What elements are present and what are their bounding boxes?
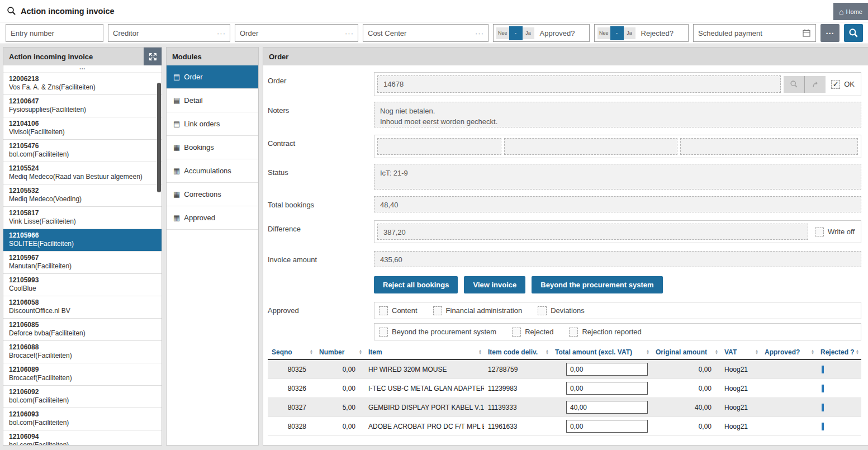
contract-code-input[interactable]	[377, 138, 501, 155]
order-goto-button[interactable]	[805, 76, 826, 93]
cost-center-input[interactable]	[363, 29, 475, 37]
list-item-12106092[interactable]: 12106092bol.com(Faciliteiten)	[3, 386, 162, 408]
search-button[interactable]	[844, 24, 863, 42]
module-item-approved[interactable]: ▦Approved	[167, 206, 258, 230]
sort-icon[interactable]: ▲▼	[811, 349, 814, 355]
list-item-12105476[interactable]: 12105476bol.com(Faciliteiten)	[3, 140, 162, 162]
list-item-12106094[interactable]: 12106094bol.com(Faciliteiten)	[3, 430, 162, 445]
home-button[interactable]: ⌂ Home	[833, 3, 868, 20]
order-value-input[interactable]: 14678	[377, 75, 781, 93]
rejected-checkbox[interactable]	[822, 404, 824, 411]
more-filters-button[interactable]: ···	[820, 24, 839, 42]
cell-vat: Hoog21	[720, 385, 761, 392]
title-bar: Action incoming invoice ⌂ Home	[0, 0, 868, 22]
rejected-checkbox[interactable]	[822, 385, 824, 392]
rejected-checkbox[interactable]	[822, 423, 824, 430]
rejected-toggle-neutral[interactable]: -	[610, 26, 624, 40]
list-item-12106089[interactable]: 12106089Brocacef(Faciliteiten)	[3, 363, 162, 386]
order-lookup-icon[interactable]: ···	[345, 29, 358, 37]
write-off-checkbox[interactable]	[815, 228, 824, 236]
list-item-12106058[interactable]: 12106058DiscountOffice.nl BV	[3, 296, 162, 319]
list-drag-handle[interactable]: ···	[3, 65, 162, 73]
sort-icon[interactable]: ▲▼	[359, 349, 362, 355]
total-amount-input[interactable]	[566, 382, 648, 395]
module-item-accumulations[interactable]: ▦Accumulations	[167, 159, 258, 183]
beyond-the-procurement-system-checkbox[interactable]	[379, 328, 388, 337]
column-header-label: Seqno	[272, 348, 292, 356]
sort-icon[interactable]: ▲▼	[715, 349, 718, 355]
difference-value: 387,20	[377, 224, 808, 240]
list-item-12105993[interactable]: 12105993CoolBlue	[3, 274, 162, 296]
module-item-link-orders[interactable]: ▤Link orders	[167, 112, 258, 136]
cell-total-amount	[551, 363, 652, 376]
module-item-bookings[interactable]: ▦Bookings	[167, 136, 258, 159]
modules-title: Modules	[172, 53, 202, 61]
sort-down-icon: ▼	[646, 352, 649, 355]
rejected-toggle-yes[interactable]: Ja	[624, 27, 635, 39]
list-item-12006218[interactable]: 12006218Vos Fa. A. & Zns(Faciliteiten)	[3, 73, 162, 95]
rejected-toggle-no[interactable]: Nee	[597, 27, 610, 39]
list-item-12106085[interactable]: 12106085Deforce bvba(Faciliteiten)	[3, 319, 162, 341]
noters-textarea[interactable]: Nog niet betalen. Inhoud moet eerst word…	[374, 102, 861, 127]
beyond-the-procurement-system-button[interactable]: Beyond the procurement system	[532, 276, 662, 293]
list-item-12106088[interactable]: 12106088Brocacef(Faciliteiten)	[3, 341, 162, 363]
module-label: Order	[184, 73, 202, 81]
list-item-12105532[interactable]: 12105532Mediq Medeco(Voeding)	[3, 184, 162, 207]
view-invoice-button[interactable]: View invoice	[464, 276, 525, 293]
list-scrollbar-thumb[interactable]	[157, 83, 161, 192]
invoice-number: 12105532	[9, 187, 156, 195]
deviations-checkbox[interactable]	[538, 306, 547, 315]
reject-all-bookings-button[interactable]: Reject all bookings	[374, 276, 458, 293]
rejected-checkbox[interactable]	[512, 328, 521, 337]
search-icon	[7, 6, 16, 16]
list-item-12105817[interactable]: 12105817Vink Lisse(Faciliteiten)	[3, 207, 162, 229]
sort-icon[interactable]: ▲▼	[310, 349, 313, 355]
table-header-row: Seqno▲▼Number▲▼Item▲▼Item code deliv.▲▼T…	[268, 345, 861, 360]
column-header-total-amount-excl-vat: Total amount (excl. VAT)▲▼	[551, 345, 652, 359]
module-item-corrections[interactable]: ▦Corrections	[167, 183, 258, 206]
sort-icon[interactable]: ▲▼	[856, 349, 859, 355]
cost-center-lookup-icon[interactable]: ···	[475, 29, 488, 37]
approved-toggle-no[interactable]: Nee	[496, 27, 509, 39]
financial-administration-checkbox[interactable]	[433, 306, 442, 315]
calendar-icon[interactable]	[802, 29, 815, 37]
module-item-detail[interactable]: ▤Detail	[167, 89, 258, 112]
approved-toggle-neutral[interactable]: -	[509, 26, 523, 40]
approved-toggle-yes[interactable]: Ja	[523, 27, 534, 39]
total-amount-input[interactable]	[566, 401, 648, 414]
list-item-12106093[interactable]: 12106093bol.com(Faciliteiten)	[3, 408, 162, 430]
sort-icon[interactable]: ▲▼	[478, 349, 482, 355]
sort-icon[interactable]: ▲▼	[646, 349, 649, 355]
expand-panel-button[interactable]	[144, 48, 162, 65]
search-button-icon	[848, 28, 858, 38]
order-search-button[interactable]	[784, 76, 804, 93]
order-input[interactable]	[235, 29, 345, 37]
list-item-12105966[interactable]: 12105966SOLITEE(Faciliteiten)	[3, 229, 162, 252]
creditor-input[interactable]	[108, 29, 217, 37]
list-item-12105967[interactable]: 12105967Manutan(Faciliteiten)	[3, 252, 162, 274]
rejection-reported-checkbox[interactable]	[569, 328, 578, 337]
total-amount-input[interactable]	[566, 363, 648, 376]
status-textarea[interactable]: IcT: 21-9	[374, 164, 861, 190]
creditor-filter: ···	[108, 24, 230, 42]
scheduled-payment-input[interactable]	[694, 29, 802, 37]
creditor-lookup-icon[interactable]: ···	[217, 29, 230, 37]
order-ok-checkbox[interactable]: ✓	[831, 80, 840, 89]
entry-number-input[interactable]	[6, 29, 103, 37]
contract-name-input[interactable]	[504, 138, 677, 155]
rejected-checkbox[interactable]	[822, 366, 824, 373]
list-item-12104106[interactable]: 12104106Vivisol(Faciliteiten)	[3, 117, 162, 140]
module-item-order[interactable]: ▤Order	[167, 65, 258, 89]
order-field-group: 14678 ✓ OK	[374, 72, 861, 96]
cell-vat: Hoog21	[720, 366, 761, 373]
invoice-amount-field-label: Invoice amount	[268, 251, 374, 267]
content-checkbox[interactable]	[379, 306, 388, 315]
list-item-12100647[interactable]: 12100647Fysiosupplies(Faciliteiten)	[3, 95, 162, 117]
sort-icon[interactable]: ▲▼	[755, 349, 758, 355]
cell-item: HP WIRED 320M MOUSE	[364, 366, 484, 373]
invoice-creditor: Manutan(Faciliteiten)	[9, 262, 156, 271]
contract-extra-input[interactable]	[680, 138, 858, 155]
sort-icon[interactable]: ▲▼	[546, 349, 549, 355]
total-amount-input[interactable]	[566, 420, 648, 433]
list-item-12105524[interactable]: 12105524Mediq Medeco(Raad van Bestuur al…	[3, 162, 162, 184]
